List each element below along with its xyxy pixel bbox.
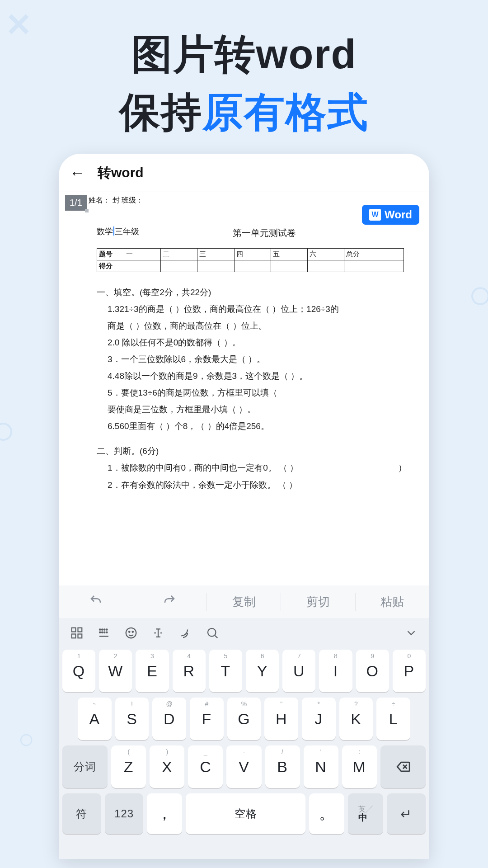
word-icon: W: [369, 209, 381, 221]
redo-icon: [163, 594, 176, 607]
key-c[interactable]: _C: [188, 745, 223, 788]
svg-point-4: [99, 629, 101, 630]
svg-point-14: [132, 631, 134, 632]
key-o[interactable]: 9O: [356, 650, 389, 692]
copy-button[interactable]: 复制: [207, 594, 281, 610]
kbd-search-icon[interactable]: [199, 626, 226, 642]
kbd-cursor-icon[interactable]: [145, 626, 172, 642]
svg-rect-1: [78, 628, 82, 632]
doc-title: 第一单元测试卷: [110, 227, 418, 239]
promo-headline: 图片转word 保持原有格式: [0, 0, 488, 140]
undo-button[interactable]: [59, 594, 132, 610]
svg-rect-2: [72, 634, 76, 638]
edit-toolbar: 复制 剪切 粘贴: [59, 585, 429, 618]
page-title: 转word: [98, 164, 144, 182]
key-enter[interactable]: ↵: [387, 793, 426, 834]
key-t[interactable]: 5T: [209, 650, 242, 692]
soft-keyboard: 1Q2W3E4R5T6Y7U8I9O0P ~A!S@D#F%G"H*J?K÷L …: [59, 618, 429, 859]
key-l[interactable]: ÷L: [376, 698, 410, 740]
key-u[interactable]: 7U: [282, 650, 315, 692]
key-p[interactable]: 0P: [393, 650, 426, 692]
kbd-collapse-icon[interactable]: [398, 626, 425, 642]
keyboard-toolbar: [59, 618, 429, 650]
svg-point-9: [102, 632, 103, 633]
label-seal: 封: [113, 196, 120, 204]
svg-point-11: [106, 632, 108, 633]
key-numbers[interactable]: 123: [105, 793, 144, 834]
app-bar: ← 转word: [59, 154, 429, 192]
page-indicator: 1/1: [65, 195, 87, 211]
key-v[interactable]: -V: [226, 745, 261, 788]
svg-point-5: [102, 629, 103, 630]
cut-button[interactable]: 剪切: [281, 594, 355, 610]
key-backspace[interactable]: [380, 745, 426, 788]
key-y[interactable]: 6Y: [246, 650, 279, 692]
section-2: 二、判断。(6分) 1．被除数的中间有0，商的中间也一定有0。 （ ） ） 2．…: [97, 443, 418, 493]
key-e[interactable]: 3E: [136, 650, 169, 692]
label-class: 班级：: [122, 196, 143, 204]
kbd-emoji-icon[interactable]: [117, 626, 145, 642]
document-viewport[interactable]: 1/1 W Word 学号： 姓名： 封 班级： 数学三年级 第一单元测试卷 题…: [59, 192, 429, 585]
key-x[interactable]: )X: [150, 745, 184, 788]
score-table: 题号 一 二 三 四 五 六 总分 得分: [97, 248, 404, 272]
key-period[interactable]: 。: [309, 793, 344, 834]
undo-icon: [89, 594, 103, 607]
document-content[interactable]: 数学三年级 第一单元测试卷 题号 一 二 三 四 五 六 总分 得分: [65, 226, 423, 493]
backspace-icon: [395, 759, 411, 774]
key-i[interactable]: 8I: [319, 650, 352, 692]
key-z[interactable]: (Z: [111, 745, 146, 788]
key-f[interactable]: #F: [190, 698, 224, 740]
key-h[interactable]: "H: [264, 698, 298, 740]
headline-line1: 图片转word: [0, 27, 488, 82]
key-comma[interactable]: ，: [147, 793, 182, 834]
key-language[interactable]: 英╱中: [348, 793, 383, 834]
kbd-layout-icon[interactable]: [90, 626, 117, 642]
key-q[interactable]: 1Q: [62, 650, 95, 692]
redo-button[interactable]: [132, 594, 206, 610]
label-name: 姓名：: [89, 196, 110, 204]
key-k[interactable]: ?K: [339, 698, 373, 740]
key-segment[interactable]: 分词: [62, 745, 108, 788]
svg-point-8: [99, 632, 101, 633]
key-m[interactable]: :M: [342, 745, 377, 788]
kbd-voice-icon[interactable]: [172, 626, 199, 642]
svg-rect-0: [72, 628, 76, 632]
svg-point-13: [129, 631, 130, 632]
key-w[interactable]: 2W: [99, 650, 132, 692]
key-a[interactable]: ~A: [78, 698, 112, 740]
text-cursor: [113, 226, 114, 236]
export-word-button[interactable]: W Word: [362, 205, 419, 225]
key-d[interactable]: @D: [152, 698, 186, 740]
kbd-apps-icon[interactable]: [63, 626, 90, 642]
headline-line2: 保持原有格式: [0, 85, 488, 140]
svg-point-6: [104, 629, 105, 630]
svg-point-15: [208, 628, 216, 637]
key-space[interactable]: 空格: [186, 793, 305, 834]
key-b[interactable]: /B: [265, 745, 300, 788]
back-icon[interactable]: ←: [70, 164, 85, 182]
phone-frame: ← 转word 1/1 W Word 学号： 姓名： 封 班级： 数学三年级 第…: [59, 154, 429, 859]
svg-point-7: [106, 629, 108, 630]
svg-rect-3: [78, 634, 82, 638]
paste-button[interactable]: 粘贴: [356, 594, 429, 610]
key-j[interactable]: *J: [302, 698, 336, 740]
key-s[interactable]: !S: [115, 698, 149, 740]
svg-point-10: [104, 632, 105, 633]
key-symbols[interactable]: 符: [62, 793, 101, 834]
key-g[interactable]: %G: [227, 698, 261, 740]
svg-point-12: [126, 628, 136, 638]
section-1: 一、填空。(每空2分，共22分) 1.321÷3的商是（ ）位数，商的最高位在（…: [97, 284, 418, 434]
key-r[interactable]: 4R: [173, 650, 206, 692]
export-word-label: Word: [385, 208, 412, 221]
key-n[interactable]: 'N: [304, 745, 338, 788]
